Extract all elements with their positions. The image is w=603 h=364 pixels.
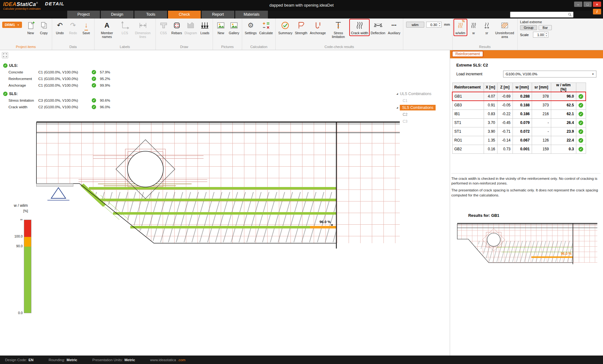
wlim-input[interactable] [426,22,438,27]
table-row[interactable]: ST13.70-0.450.079-26.4✓ [452,118,586,127]
check-icon: ✓ [92,83,96,88]
load-increment-select[interactable]: G100.0%, V100.0%▼ [503,71,596,78]
tab-check[interactable]: Check [168,11,201,19]
summary-button[interactable]: Summary [277,19,293,35]
tree-item-c2[interactable]: C2 [396,111,450,118]
table-row[interactable]: GB30.91-0.050.18837362.5✓ [452,101,586,110]
maximize-button[interactable]: □ [584,2,592,7]
crack-width-button[interactable]: Crack width [350,19,369,35]
spin-down-icon: ▼ [545,35,548,38]
wlim-toggle[interactable]: wlim [406,22,424,28]
check-icon: ✓ [3,63,8,68]
registered-mark: ® [36,2,38,4]
label-extreme-bar-button[interactable]: Bar [539,25,551,30]
tab-report[interactable]: Report [202,11,234,19]
group-labels: AMember names LCS Dimension lines Labels [95,19,156,50]
rounding-status: Rounding:Metric [49,358,77,362]
label-extreme-title: Label extreme [520,20,552,24]
w-button[interactable]: w [467,19,480,35]
website-link[interactable]: www.ideastatica.com [150,358,185,362]
units-status: Presentation Units:Metric [92,358,135,362]
dots-icon: ••• [391,20,397,30]
info-button[interactable]: i [593,9,601,14]
tree-sls-combinations[interactable]: ◢SLS Combinations [396,104,450,111]
fit-view-button[interactable] [2,52,8,58]
table-row-gb1-extreme[interactable]: GB14.07-0.690.28837896.0✓ [452,92,586,101]
tab-project[interactable]: Project [67,11,100,19]
search-input[interactable] [510,12,568,17]
check-icon: ✓ [92,105,96,109]
gallery-button[interactable]: Gallery [228,19,240,35]
redo-button[interactable]: ↷Redo [67,19,79,35]
table-row[interactable]: IB10.83-0.220.18621662.1✓ [452,110,586,118]
check-summary-overlay: ✓ULS: ConcreteC1 (G100.0%, V100.0%)✓57.9… [3,62,110,110]
new-project-item-button[interactable]: New [24,19,37,35]
model-canvas[interactable]: 96.0 % ✓ULS: ConcreteC1 (G100.0%, V100.0… [0,50,450,356]
tree-item-c1[interactable]: C1 [396,97,450,104]
spin-down-icon: ▼ [438,25,441,28]
deflection-button[interactable]: Deflection [370,19,386,35]
sr-button[interactable]: sr [481,19,493,35]
strength-button[interactable]: Strength [294,19,308,35]
group-calculation: ⚙Settings Calculate Calculation [242,19,276,50]
scale-unit: [%] [23,209,28,213]
check-icon: ✓ [579,138,583,143]
scale-input[interactable] [533,32,545,37]
save-button[interactable]: ↓Save [80,19,93,35]
loads-button[interactable]: Loads [198,19,211,35]
extreme-label: Extreme SLS: C2 [456,63,603,67]
tree-uls-combinations[interactable]: ◢ULS Combinations [396,90,450,97]
stress-limitation-button[interactable]: Stress limitation [327,19,349,39]
minimize-button[interactable]: – [574,2,582,7]
cross-section-icon [160,20,168,30]
label-extreme-group-button[interactable]: Group [520,25,537,30]
tab-materials[interactable]: Materials [235,11,268,19]
undo-button[interactable]: ↶Undo [54,19,66,35]
titlebar: IDEAStatiCa® Calculate yesterday's estim… [0,0,603,11]
group-label-project-items: Project items [2,44,50,50]
table-row[interactable]: RO11.35-0.140.06712622.4✓ [452,136,586,145]
tab-tools[interactable]: Tools [134,11,167,19]
crack-width-icon [356,20,364,30]
ribbon: DRM1▼ New Copy Project items ↶Undo ↷Redo… [0,19,603,50]
design-code-status: Design Code:EN [5,358,34,362]
copy-project-item-button[interactable]: Copy [38,19,50,35]
load-increment-label: Load increment [456,72,482,76]
table-header-row: Reinforcement X [m] Z [m] w [mm] sr [mm]… [452,83,586,92]
tab-design[interactable]: Design [101,11,133,19]
wlim-spinner[interactable]: ▲▼ [438,22,441,27]
reinforcement-tab[interactable]: Reinforcement [452,51,483,57]
css-button[interactable]: CSS [157,19,170,35]
rebars-button[interactable]: Rebars [171,19,183,35]
unreinforced-area-button[interactable]: Unreinforced area [494,19,516,39]
group-label-results: Results [454,44,516,50]
w-wlim-button[interactable]: %w/wlim [454,19,467,35]
deflection-icon [374,20,382,30]
calculate-button[interactable]: Calculate [258,19,274,35]
group-project-items: DRM1▼ New Copy Project items [0,19,52,50]
project-item-selector[interactable]: DRM1▼ [2,22,22,28]
spin-up-icon: ▲ [545,32,548,35]
group-pictures: New Gallery Pictures [213,19,242,50]
new-page-icon [27,20,35,30]
member-names-button[interactable]: AMember names [96,19,118,39]
sls-header: SLS: [9,92,18,96]
beam-opening [128,151,163,187]
table-row[interactable]: ST13.90-0.710.072-23.9✓ [452,127,586,136]
check-icon: ✓ [92,98,96,103]
table-row[interactable]: GB20.160.730.0011590.3✓ [452,145,586,153]
tree-item-c3[interactable]: C3 [396,118,450,125]
diagram-button[interactable]: Diagram [184,19,198,35]
check-icon: ✓ [579,112,583,116]
anchorage-button[interactable]: Anchorage [309,19,327,35]
dimension-lines-button[interactable]: Dimension lines [132,19,154,39]
wlim-unit: mm [444,23,450,26]
auxiliary-button[interactable]: •••Auxiliary [387,19,401,35]
group-data: ↶Undo ↷Redo ↓Save Data [52,19,95,50]
settings-button[interactable]: ⚙Settings [244,19,258,35]
close-button[interactable]: × [593,2,601,7]
new-picture-button[interactable]: New [215,19,227,35]
scale-spinner[interactable]: ▲▼ [545,32,548,37]
uls-header: ULS: [9,63,18,68]
lcs-button[interactable]: LCS [119,19,131,35]
